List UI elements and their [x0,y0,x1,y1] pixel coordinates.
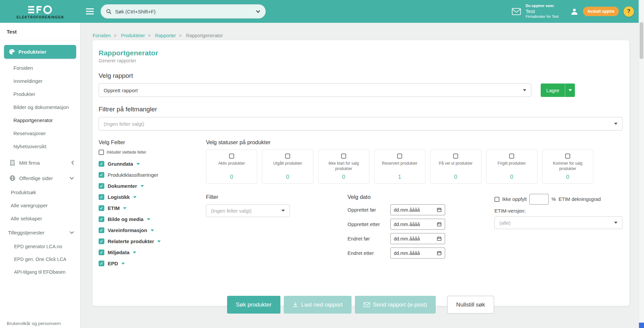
search-products-button[interactable]: Søk produkter [227,296,280,314]
checkbox-unchecked-icon[interactable] [285,154,290,159]
sidebar-item[interactable]: Produktsøk [0,186,80,199]
checkbox-checked-icon[interactable]: ✓ [99,183,104,189]
missing-fields-select[interactable]: (Ingen felter valgt) [99,117,623,130]
save-button[interactable]: Lagre [541,84,565,97]
sidebar-item[interactable]: EPD gen. One Click LCA [0,253,80,266]
calendar-icon[interactable] [437,207,442,212]
status-card[interactable]: Aktiv produkter 0 [206,150,257,184]
checkbox-checked-icon[interactable]: ✓ [99,227,104,233]
download-report-button[interactable]: Last ned rapport [284,296,352,314]
date-input[interactable]: dd.mm.åååå [390,204,445,215]
chevron-down-icon[interactable] [141,185,144,187]
breadcrumb-item[interactable]: Rapporter [155,33,176,38]
field-group-row[interactable]: ✓ EPD [99,261,206,266]
field-group-row[interactable]: ✓ Dokumenter [99,183,206,189]
chevron-down-icon[interactable] [133,252,136,254]
sidebar-item[interactable]: API-tilgang til EFObasen [0,266,80,278]
field-group-row[interactable]: ✓ Grunndata [99,161,206,167]
send-report-button[interactable]: Send rapport (e-post) [355,296,436,314]
etim-version-select[interactable]: (alle) [494,216,623,229]
status-card[interactable]: Kommer for salg produkter 0 [542,150,593,184]
sidebar-item[interactable]: Alle varegrupper [0,199,80,212]
breadcrumb-item[interactable]: Rapportgenerator [186,33,223,38]
etim-percent-input[interactable] [529,194,549,205]
checkbox-checked-icon[interactable]: ✓ [99,250,104,255]
sidebar-item[interactable]: Nyhetsoversikt [0,140,80,153]
sidebar-item[interactable]: Rapportgenerator [0,114,80,127]
save-dropdown-button[interactable] [565,84,575,97]
checkbox-checked-icon[interactable]: ✓ [99,238,104,244]
chevron-down-icon[interactable] [123,207,126,209]
checkbox-unchecked-icon[interactable] [453,154,458,159]
scrollbar-thumb[interactable] [640,22,643,59]
field-group-row[interactable]: ✓ Relaterte produkter [99,238,206,244]
chevron-down-icon[interactable] [133,196,137,198]
checkbox-unchecked-icon[interactable] [229,154,234,159]
checkbox-checked-icon[interactable]: ✓ [99,161,104,167]
checkbox-unchecked-icon[interactable] [397,154,402,159]
calendar-icon[interactable] [437,236,442,241]
search-input[interactable] [115,9,253,14]
date-placeholder: dd.mm.åååå [394,222,420,227]
user-icon[interactable] [571,8,578,15]
chevron-down-icon[interactable] [137,163,140,165]
chevron-down-icon [569,89,572,91]
checkbox-unchecked-icon[interactable] [565,154,570,159]
filter-select[interactable]: (Ingen felter valgt) [206,204,290,217]
sidebar-item[interactable]: Produkter [0,88,80,101]
breadcrumb-item[interactable]: Forsiden [93,33,111,38]
field-group-row[interactable]: ✓ Bilde og media [99,216,206,222]
etim-unfulfilled-checkbox[interactable] [494,197,499,202]
chevron-down-icon[interactable] [151,229,154,231]
menu-toggle-button[interactable] [86,8,94,14]
checkbox-unchecked-icon[interactable] [509,154,514,159]
end-impersonation-button[interactable]: Avslutt opptre [583,7,619,16]
chevron-down-icon[interactable] [121,263,125,265]
calendar-icon[interactable] [437,251,442,256]
checkbox-checked-icon[interactable]: ✓ [99,205,104,211]
mail-icon[interactable] [512,8,521,15]
scrollbar[interactable] [639,0,644,328]
field-group-row[interactable]: ✓ Logistikk [99,194,206,200]
checkbox-unchecked-icon[interactable] [341,154,346,159]
sidebar-item[interactable]: Innmeldinger [0,74,80,88]
calendar-icon[interactable] [437,222,442,227]
status-card[interactable]: Ikke klart for salg produkter 0 [318,150,369,184]
field-group-row[interactable]: ✓ Miljødata [99,250,206,255]
chevron-down-icon[interactable] [157,240,161,242]
sidebar-item-tilleggstjenester[interactable]: Tilleggstjenester [0,225,80,240]
field-group-row[interactable]: ✓ ETIM [99,205,206,211]
sidebar-item[interactable]: Bilder og dokumentasjon [0,101,80,114]
field-group-row[interactable]: ✓ Produktklassifiseringer [99,172,206,178]
help-button[interactable]: ? [624,6,634,17]
sidebar-item-produkteier[interactable]: Produkteier [4,45,76,59]
checkbox-checked-icon[interactable]: ✓ [99,216,104,222]
checkbox-checked-icon[interactable]: ✓ [99,261,104,266]
global-search[interactable] [101,4,266,18]
sidebar-item[interactable]: Forsiden [0,61,80,74]
search-icon [106,9,112,14]
date-input[interactable]: dd.mm.åååå [390,248,445,259]
terms-link[interactable]: Brukervilkår og personvern [7,321,61,326]
date-input[interactable]: dd.mm.åååå [390,233,445,244]
app-logo[interactable]: ELEKTROFORENINGEN [0,4,80,19]
field-group-row[interactable]: ✓ Vareinformasjon [99,227,206,233]
search-chevron-icon[interactable] [256,10,260,13]
status-card[interactable]: Utgått produkter 0 [262,150,313,184]
checkbox-checked-icon[interactable]: ✓ [99,194,104,200]
status-card[interactable]: Frigitt produkter 0 [486,150,537,184]
breadcrumb-item[interactable]: Produkteier [121,33,145,38]
sidebar-item[interactable]: EPD generator LCA.no [0,240,80,253]
report-select[interactable]: Opprett rapport [99,84,531,97]
include-deleted-checkbox[interactable]: Inkludér slettede felter [99,150,206,155]
sidebar-item[interactable]: Reservasjoner [0,127,80,140]
reset-search-button[interactable]: Nullstill søk [447,296,494,314]
date-input[interactable]: dd.mm.åååå [390,219,445,230]
chevron-down-icon[interactable] [147,218,150,220]
status-card[interactable]: På vei ut produkter 0 [430,150,481,184]
sidebar-item-mitt-firma[interactable]: Mitt firma [0,155,80,170]
checkbox-checked-icon[interactable]: ✓ [99,172,104,178]
status-card[interactable]: Reservert produkter 1 [374,150,425,184]
sidebar-item-offentlige-sider[interactable]: Offentlige sider [0,170,80,186]
sidebar-item[interactable]: Alle selskaper [0,212,80,225]
